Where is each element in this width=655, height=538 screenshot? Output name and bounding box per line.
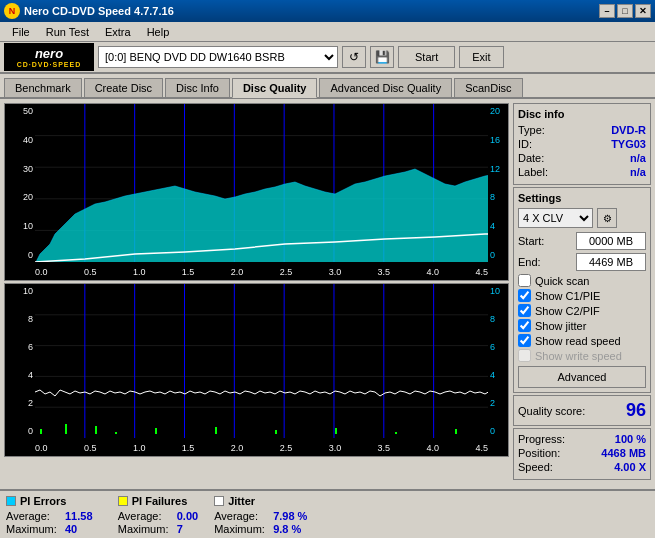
end-row: End: <box>518 253 646 271</box>
disc-date-value: n/a <box>630 152 646 164</box>
disc-info-section: Disc info Type: DVD-R ID: TYG03 Date: n/… <box>513 103 651 185</box>
chart-y-right-bottom: 10 8 6 4 2 0 <box>488 284 508 438</box>
progress-section: Progress: 100 % Position: 4468 MB Speed:… <box>513 428 651 480</box>
tab-benchmark[interactable]: Benchmark <box>4 78 82 97</box>
speed-value: 4.00 X <box>614 461 646 473</box>
maximize-button[interactable]: □ <box>617 4 633 18</box>
svg-rect-34 <box>395 432 397 434</box>
chart-x-labels-top: 0.0 0.5 1.0 1.5 2.0 2.5 3.0 3.5 4.0 4.5 <box>35 264 488 280</box>
pi-failures-label: PI Failures <box>132 495 188 507</box>
quick-scan-row: Quick scan <box>518 274 646 287</box>
tab-disc-quality[interactable]: Disc Quality <box>232 78 318 98</box>
quick-scan-label: Quick scan <box>535 275 589 287</box>
pi-errors-stats: PI Errors Average: 11.58 Maximum: 40 Tot… <box>6 495 102 538</box>
right-panel: Disc info Type: DVD-R ID: TYG03 Date: n/… <box>513 103 651 485</box>
show-c2pif-row: Show C2/PIF <box>518 304 646 317</box>
jitter-stats: Jitter Average: 7.98 % Maximum: 9.8 % PO… <box>214 495 307 538</box>
main-content: 50 40 30 20 10 0 <box>0 99 655 489</box>
start-input[interactable] <box>576 232 646 250</box>
show-write-speed-checkbox[interactable] <box>518 349 531 362</box>
quality-score-value: 96 <box>626 400 646 421</box>
settings-section: Settings 4 X CLV ⚙ Start: End: Quick sca… <box>513 187 651 393</box>
disc-info-title: Disc info <box>518 108 646 120</box>
jitter-label: Jitter <box>228 495 255 507</box>
disc-type-row: Type: DVD-R <box>518 124 646 136</box>
eject-button[interactable]: Exit <box>459 46 503 68</box>
menu-extra[interactable]: Extra <box>97 24 139 40</box>
start-button[interactable]: Start <box>398 46 455 68</box>
charts-area: 50 40 30 20 10 0 <box>4 103 509 485</box>
svg-rect-28 <box>95 426 97 434</box>
show-c1pie-checkbox[interactable] <box>518 289 531 302</box>
disc-label-row: Label: n/a <box>518 166 646 178</box>
chart-y-left-bottom: 10 8 6 4 2 0 <box>5 284 35 438</box>
jitter-chart: 10 8 6 4 2 0 <box>4 283 509 457</box>
menu-run-test[interactable]: Run Test <box>38 24 97 40</box>
svg-rect-30 <box>155 428 157 434</box>
chart-y-right-top: 20 16 12 8 4 0 <box>488 104 508 262</box>
settings-icon-button[interactable]: ⚙ <box>597 208 617 228</box>
progress-label: Progress: <box>518 433 565 445</box>
tab-disc-info[interactable]: Disc Info <box>165 78 230 97</box>
stats-bar: PI Errors Average: 11.58 Maximum: 40 Tot… <box>0 489 655 538</box>
speed-selector[interactable]: 4 X CLV <box>518 208 593 228</box>
speed-label: Speed: <box>518 461 553 473</box>
pi-errors-label: PI Errors <box>20 495 66 507</box>
end-label: End: <box>518 256 541 268</box>
disc-id-label: ID: <box>518 138 532 150</box>
jitter-color <box>214 496 224 506</box>
svg-rect-27 <box>65 424 67 434</box>
quick-scan-checkbox[interactable] <box>518 274 531 287</box>
settings-title: Settings <box>518 192 646 204</box>
tab-scan-disc[interactable]: ScanDisc <box>454 78 522 97</box>
position-label: Position: <box>518 447 560 459</box>
app-icon: N <box>4 3 20 19</box>
save-icon[interactable]: 💾 <box>370 46 394 68</box>
app-logo: nero CD·DVD·SPEED <box>4 43 94 71</box>
pi-failures-color <box>118 496 128 506</box>
drive-selector[interactable]: [0:0] BENQ DVD DD DW1640 BSRB <box>98 46 338 68</box>
show-jitter-row: Show jitter <box>518 319 646 332</box>
tab-advanced-disc-quality[interactable]: Advanced Disc Quality <box>319 78 452 97</box>
quality-score-label: Quality score: <box>518 405 585 417</box>
svg-rect-31 <box>215 427 217 434</box>
show-read-speed-checkbox[interactable] <box>518 334 531 347</box>
show-write-speed-label: Show write speed <box>535 350 622 362</box>
jitter-header: Jitter <box>214 495 307 507</box>
progress-value: 100 % <box>615 433 646 445</box>
svg-rect-29 <box>115 432 117 434</box>
chart-x-labels-bottom: 0.0 0.5 1.0 1.5 2.0 2.5 3.0 3.5 4.0 4.5 <box>35 440 488 456</box>
pi-failures-max: Maximum: 7 <box>118 523 198 535</box>
pi-errors-color <box>6 496 16 506</box>
advanced-button[interactable]: Advanced <box>518 366 646 388</box>
show-c1pie-label: Show C1/PIE <box>535 290 600 302</box>
refresh-icon[interactable]: ↺ <box>342 46 366 68</box>
disc-id-value: TYG03 <box>611 138 646 150</box>
show-c1pie-row: Show C1/PIE <box>518 289 646 302</box>
quality-score-section: Quality score: 96 <box>513 395 651 426</box>
show-write-speed-row: Show write speed <box>518 349 646 362</box>
menu-bar: File Run Test Extra Help <box>0 22 655 42</box>
title-bar: N Nero CD-DVD Speed 4.7.7.16 – □ ✕ <box>0 0 655 22</box>
pi-errors-chart: 50 40 30 20 10 0 <box>4 103 509 281</box>
menu-help[interactable]: Help <box>139 24 178 40</box>
svg-rect-33 <box>335 428 337 434</box>
close-button[interactable]: ✕ <box>635 4 651 18</box>
show-read-speed-row: Show read speed <box>518 334 646 347</box>
progress-row: Progress: 100 % <box>518 433 646 445</box>
minimize-button[interactable]: – <box>599 4 615 18</box>
pi-failures-avg: Average: 0.00 <box>118 510 198 522</box>
tab-create-disc[interactable]: Create Disc <box>84 78 163 97</box>
tab-bar: Benchmark Create Disc Disc Info Disc Qua… <box>0 74 655 99</box>
show-c2pif-checkbox[interactable] <box>518 304 531 317</box>
show-jitter-label: Show jitter <box>535 320 586 332</box>
start-row: Start: <box>518 232 646 250</box>
end-input[interactable] <box>576 253 646 271</box>
menu-file[interactable]: File <box>4 24 38 40</box>
speed-row: Speed: 4.00 X <box>518 461 646 473</box>
show-c2pif-label: Show C2/PIF <box>535 305 600 317</box>
show-jitter-checkbox[interactable] <box>518 319 531 332</box>
toolbar: nero CD·DVD·SPEED [0:0] BENQ DVD DD DW16… <box>0 42 655 74</box>
svg-rect-26 <box>40 429 42 434</box>
disc-label-value: n/a <box>630 166 646 178</box>
